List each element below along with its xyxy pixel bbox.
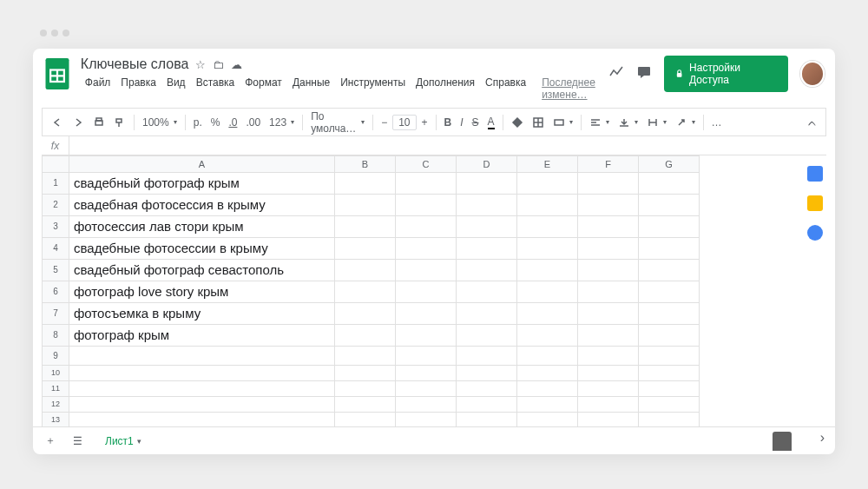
sheets-app-icon[interactable]: [43, 56, 72, 92]
tasks-addon-icon[interactable]: [807, 225, 823, 241]
menu-data[interactable]: Данные: [288, 75, 334, 102]
cell[interactable]: [639, 325, 700, 347]
cell[interactable]: [517, 366, 578, 381]
col-header-E[interactable]: E: [517, 155, 578, 173]
row-header[interactable]: 9: [42, 347, 69, 366]
row-header[interactable]: 11: [42, 381, 69, 397]
cell[interactable]: [578, 381, 639, 397]
menu-view[interactable]: Вид: [162, 75, 190, 102]
cell[interactable]: [517, 397, 578, 413]
menu-insert[interactable]: Вставка: [192, 75, 240, 102]
cell[interactable]: [578, 238, 639, 260]
toolbar-overflow-button[interactable]: …: [708, 113, 726, 132]
cell[interactable]: [69, 366, 335, 381]
sheet-tab-menu-icon[interactable]: ▾: [137, 437, 141, 446]
strikethrough-button[interactable]: S: [469, 113, 483, 132]
more-formats-button[interactable]: 123: [266, 113, 298, 132]
print-button[interactable]: [89, 113, 108, 132]
select-all-corner[interactable]: [42, 155, 69, 173]
row-header[interactable]: 7: [42, 303, 69, 325]
user-avatar[interactable]: [800, 61, 825, 87]
cell[interactable]: [578, 366, 639, 381]
cell[interactable]: [457, 238, 517, 260]
row-header[interactable]: 13: [42, 413, 69, 426]
cell[interactable]: фотограф love story крым: [69, 281, 335, 303]
cell[interactable]: [396, 216, 457, 238]
comment-icon[interactable]: [636, 64, 652, 84]
menu-edit[interactable]: Правка: [116, 75, 161, 102]
cell[interactable]: [639, 216, 700, 238]
cell[interactable]: [517, 325, 578, 347]
cell[interactable]: свадебная фотосессия в крыму: [69, 195, 335, 216]
cell[interactable]: фотосессия лав стори крым: [69, 216, 335, 238]
cell[interactable]: [517, 173, 578, 195]
cell[interactable]: [517, 216, 578, 238]
cell[interactable]: [517, 281, 578, 303]
cell[interactable]: фотосъемка в крыму: [69, 303, 335, 325]
cell[interactable]: [396, 238, 457, 260]
text-rotation-button[interactable]: [672, 113, 699, 132]
text-color-button[interactable]: A: [484, 112, 498, 133]
cell[interactable]: [457, 216, 517, 238]
increase-decimal-button[interactable]: .00: [242, 113, 264, 132]
cell[interactable]: [517, 381, 578, 397]
cell[interactable]: [639, 347, 700, 366]
font-size-decrease[interactable]: −: [378, 113, 391, 132]
cell[interactable]: [639, 238, 700, 260]
menu-file[interactable]: Файл: [81, 75, 115, 102]
cell[interactable]: фотограф крым: [69, 325, 335, 347]
cell[interactable]: [335, 381, 396, 397]
cell[interactable]: [578, 397, 639, 413]
spreadsheet-grid[interactable]: A B C D E F G 1свадебный фотограф крым2с…: [42, 155, 795, 426]
cell[interactable]: [335, 325, 396, 347]
cell[interactable]: [457, 366, 517, 381]
add-sheet-button[interactable]: ＋: [42, 430, 59, 452]
cell[interactable]: [639, 195, 700, 216]
activity-icon[interactable]: [608, 64, 624, 84]
currency-button[interactable]: р.: [190, 113, 206, 132]
cell[interactable]: [396, 347, 457, 366]
cell[interactable]: [578, 347, 639, 366]
cell[interactable]: [578, 173, 639, 195]
cell[interactable]: [517, 413, 578, 426]
cell[interactable]: [396, 381, 457, 397]
calendar-addon-icon[interactable]: [807, 166, 823, 182]
cell[interactable]: [517, 195, 578, 216]
menu-tools[interactable]: Инструменты: [336, 75, 410, 102]
cell[interactable]: [639, 381, 700, 397]
italic-button[interactable]: I: [457, 113, 466, 132]
row-header[interactable]: 5: [42, 260, 69, 281]
last-edit-link[interactable]: Последнее измене…: [537, 75, 600, 102]
row-header[interactable]: 6: [42, 281, 69, 303]
cell[interactable]: [517, 238, 578, 260]
cell[interactable]: [517, 303, 578, 325]
cell[interactable]: [578, 195, 639, 216]
cell[interactable]: [457, 397, 517, 413]
cell[interactable]: [396, 413, 457, 426]
fill-color-button[interactable]: [508, 113, 527, 132]
cell[interactable]: [517, 347, 578, 366]
menu-addons[interactable]: Дополнения: [411, 75, 479, 102]
star-icon[interactable]: ☆: [195, 58, 206, 71]
row-header[interactable]: 4: [42, 238, 69, 260]
cell[interactable]: [69, 397, 335, 413]
cell[interactable]: [578, 260, 639, 281]
cell[interactable]: [396, 195, 457, 216]
cell[interactable]: [457, 413, 517, 426]
explore-button[interactable]: [773, 432, 792, 451]
cell[interactable]: [578, 216, 639, 238]
all-sheets-button[interactable]: ☰: [69, 432, 86, 451]
menu-help[interactable]: Справка: [481, 75, 530, 102]
row-header[interactable]: 1: [42, 173, 69, 195]
cell[interactable]: [457, 303, 517, 325]
font-size-input[interactable]: 10: [392, 115, 416, 130]
cell[interactable]: [457, 281, 517, 303]
paint-format-button[interactable]: [110, 113, 129, 132]
cell[interactable]: [639, 397, 700, 413]
cell[interactable]: [69, 381, 335, 397]
cell[interactable]: свадебные фотосессии в крыму: [69, 238, 335, 260]
cell[interactable]: [396, 173, 457, 195]
font-family-select[interactable]: По умолча…: [307, 107, 368, 138]
col-header-B[interactable]: B: [335, 155, 396, 173]
vertical-align-button[interactable]: [615, 113, 641, 132]
